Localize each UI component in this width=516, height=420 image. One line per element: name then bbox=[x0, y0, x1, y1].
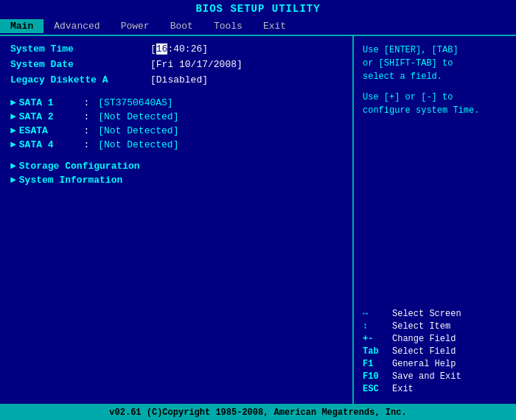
help-line2: or [SHIFT-TAB] to bbox=[363, 58, 453, 69]
key-row-: ↕ Select Item bbox=[363, 321, 507, 332]
spacer1 bbox=[10, 90, 342, 97]
menu-item-exit[interactable]: Exit bbox=[253, 19, 296, 33]
system-date-label: System Date bbox=[10, 59, 150, 70]
key-row-F1: F1 General Help bbox=[363, 359, 507, 369]
system-date-row: System Date [Fri 10/17/2008] bbox=[10, 59, 342, 70]
key-desc: General Help bbox=[392, 359, 456, 369]
key-desc: Change Field bbox=[392, 334, 456, 344]
key-desc: Select Item bbox=[392, 321, 450, 332]
key-name: ESC bbox=[363, 384, 392, 394]
sata4-sep: : bbox=[78, 139, 90, 150]
esata-row: ► ESATA : [Not Detected] bbox=[10, 125, 342, 136]
sata2-arrow: ► bbox=[10, 111, 16, 122]
bios-screen: BIOS SETUP UTILITY MainAdvancedPowerBoot… bbox=[0, 0, 516, 420]
key-help-section: ↔ Select Screen↕ Select Item+- Change Fi… bbox=[363, 309, 507, 396]
key-desc: Select Screen bbox=[392, 309, 461, 319]
sata1-sep: : bbox=[78, 97, 90, 108]
system-time-row: System Time [16:40:26] bbox=[10, 43, 342, 55]
sata4-arrow: ► bbox=[10, 139, 16, 150]
key-name: ↔ bbox=[363, 309, 392, 319]
sata2-label: SATA 2 bbox=[19, 111, 78, 122]
sata1-arrow: ► bbox=[10, 97, 16, 108]
key-row-Tab: Tab Select Field bbox=[363, 346, 507, 357]
system-date-value[interactable]: [Fri 10/17/2008] bbox=[150, 59, 243, 70]
sata4-row: ► SATA 4 : [Not Detected] bbox=[10, 139, 342, 150]
help-text-block2: Use [+] or [-] to configure system Time. bbox=[363, 91, 507, 117]
help-text-block: Use [ENTER], [TAB] or [SHIFT-TAB] to sel… bbox=[363, 43, 507, 83]
key-name: +- bbox=[363, 334, 392, 344]
storage-config-row: ► Storage Configuration bbox=[10, 161, 342, 172]
help-line4: Use [+] or [-] to bbox=[363, 92, 453, 102]
key-name: F10 bbox=[363, 371, 392, 382]
system-info-label[interactable]: System Information bbox=[19, 175, 122, 186]
key-name: Tab bbox=[363, 346, 392, 357]
key-name: ↕ bbox=[363, 321, 392, 332]
menu-item-advanced[interactable]: Advanced bbox=[43, 19, 110, 33]
key-row-: +- Change Field bbox=[363, 334, 507, 344]
cursor-highlight: 16 bbox=[156, 43, 168, 55]
help-line3: select a field. bbox=[363, 71, 442, 82]
esata-arrow: ► bbox=[10, 125, 16, 136]
legacy-diskette-label: Legacy Diskette A bbox=[10, 74, 150, 85]
legacy-diskette-row: Legacy Diskette A [Disabled] bbox=[10, 74, 342, 85]
key-desc: Select Field bbox=[392, 346, 456, 357]
system-time-value[interactable]: [16:40:26] bbox=[150, 43, 208, 55]
key-row-: ↔ Select Screen bbox=[363, 309, 507, 319]
system-info-arrow: ► bbox=[10, 175, 16, 186]
storage-config-label[interactable]: Storage Configuration bbox=[19, 161, 140, 172]
bios-title: BIOS SETUP UTILITY bbox=[195, 3, 320, 15]
esata-value[interactable]: [Not Detected] bbox=[92, 125, 178, 136]
esata-label: ESATA bbox=[19, 125, 78, 136]
title-bar: BIOS SETUP UTILITY bbox=[0, 0, 516, 18]
help-spacer bbox=[363, 125, 507, 309]
storage-config-arrow: ► bbox=[10, 161, 16, 172]
sata2-value[interactable]: [Not Detected] bbox=[92, 111, 178, 122]
sata2-row: ► SATA 2 : [Not Detected] bbox=[10, 111, 342, 122]
key-desc: Save and Exit bbox=[392, 371, 461, 382]
menu-item-boot[interactable]: Boot bbox=[160, 19, 203, 33]
footer: v02.61 (C)Copyright 1985-2008, American … bbox=[0, 405, 516, 420]
left-panel: System Time [16:40:26] System Date [Fri … bbox=[0, 36, 354, 404]
menu-item-power[interactable]: Power bbox=[111, 19, 160, 33]
sata4-label: SATA 4 bbox=[19, 139, 78, 150]
spacer2 bbox=[10, 153, 342, 161]
right-panel: Use [ENTER], [TAB] or [SHIFT-TAB] to sel… bbox=[354, 36, 516, 404]
sata2-sep: : bbox=[78, 111, 90, 122]
sata1-row: ► SATA 1 : [ST3750640AS] bbox=[10, 97, 342, 108]
key-name: F1 bbox=[363, 359, 392, 369]
legacy-diskette-value[interactable]: [Disabled] bbox=[150, 74, 208, 85]
system-time-label: System Time bbox=[10, 43, 150, 55]
content-area: System Time [16:40:26] System Date [Fri … bbox=[0, 35, 516, 405]
sata1-value[interactable]: [ST3750640AS] bbox=[92, 97, 172, 108]
help-line1: Use [ENTER], [TAB] bbox=[363, 45, 459, 55]
sata4-value[interactable]: [Not Detected] bbox=[92, 139, 178, 150]
menu-item-tools[interactable]: Tools bbox=[203, 19, 253, 33]
key-row-F10: F10 Save and Exit bbox=[363, 371, 507, 382]
sata1-label: SATA 1 bbox=[19, 97, 78, 108]
key-row-ESC: ESC Exit bbox=[363, 384, 507, 394]
system-info-row: ► System Information bbox=[10, 175, 342, 186]
help-line5: configure system Time. bbox=[363, 105, 479, 116]
esata-sep: : bbox=[78, 125, 90, 136]
footer-text: v02.61 (C)Copyright 1985-2008, American … bbox=[109, 407, 406, 418]
menu-item-main[interactable]: Main bbox=[0, 19, 43, 33]
key-desc: Exit bbox=[392, 384, 414, 394]
menu-bar: MainAdvancedPowerBootToolsExit bbox=[0, 18, 516, 35]
